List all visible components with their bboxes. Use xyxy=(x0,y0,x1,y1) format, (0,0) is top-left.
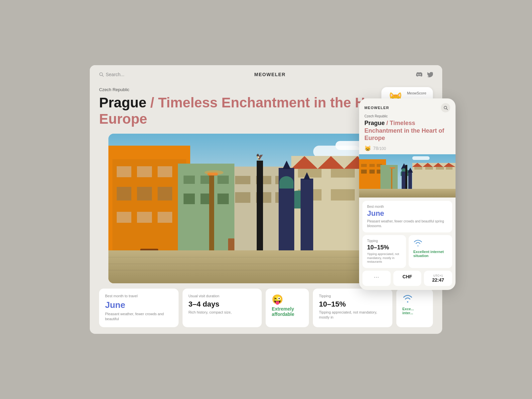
mobile-title: Prague / Timeless Enchantment in the Hea… xyxy=(359,119,456,142)
twitter-icon[interactable] xyxy=(427,71,433,77)
mobile-dots-card: ⋯ xyxy=(362,271,391,286)
mobile-hero-image xyxy=(359,154,456,198)
wifi-label: Exce... xyxy=(402,307,427,311)
brand-label: MEOWELER xyxy=(124,72,416,77)
mobile-header: MEOWELER xyxy=(359,98,456,114)
mobile-brand: MEOWELER xyxy=(364,106,389,110)
mobile-two-col: Tipping 10–15% Tipping appreciated, not … xyxy=(359,235,456,268)
lamp-post xyxy=(209,173,214,250)
mobile-best-month-card: Best month June Pleasant weather, fewer … xyxy=(362,201,452,232)
statue-column: 🦅 xyxy=(257,161,263,250)
info-card-duration: Usual visit duration 3–4 days Rich histo… xyxy=(183,289,262,327)
tower-2 xyxy=(301,179,313,250)
mobile-tipping-value: 10–15% xyxy=(367,244,401,251)
affordability-emoji: 😜 xyxy=(272,294,303,305)
mobile-ground xyxy=(359,189,456,198)
header: Search... MEOWELER xyxy=(90,65,442,84)
mobile-currency-value: CHF xyxy=(397,274,418,279)
wifi-icon xyxy=(402,294,427,306)
search-icon xyxy=(99,72,104,77)
info-card-wifi: Exce... inter... xyxy=(396,289,433,327)
svg-line-1 xyxy=(102,75,104,77)
tower-1 xyxy=(279,168,294,250)
search-area[interactable]: Search... xyxy=(99,72,124,77)
wifi-sublabel: inter... xyxy=(402,311,427,315)
mobile-tipping-card: Tipping 10–15% Tipping appreciated, not … xyxy=(362,235,406,268)
mobile-score-emoji: 😸 xyxy=(364,145,371,152)
svg-line-3 xyxy=(446,108,448,110)
mobile-cloud xyxy=(412,156,430,160)
mobile-tipping-label: Tipping xyxy=(367,239,401,243)
mobile-wifi-icon xyxy=(413,239,448,249)
info-card-affordability: 😜 Extremely affordable xyxy=(266,289,309,327)
tipping-value: 10–15% xyxy=(319,300,386,309)
mobile-prague-scene xyxy=(359,154,456,198)
mobile-score-row: 😸 78/100 xyxy=(359,145,456,152)
city-name: Prague xyxy=(99,95,146,110)
meow-score-label: MeowScore xyxy=(407,91,426,95)
tipping-desc: Tipping appreciated, not mandatory, most… xyxy=(319,310,386,320)
mobile-card: MEOWELER Czech Republic Prague / Timeles… xyxy=(359,98,456,290)
mobile-country: Czech Republic xyxy=(359,114,456,118)
mobile-dots-icon: ⋯ xyxy=(366,274,387,280)
mobile-best-month-label: Best month xyxy=(367,205,448,208)
duration-label: Usual visit duration xyxy=(189,294,256,298)
header-icons xyxy=(416,71,433,78)
mobile-time-label: UTC+1 xyxy=(428,274,448,277)
mobile-time-value: 22:47 xyxy=(428,277,448,283)
best-month-label: Best month to travel xyxy=(105,294,173,298)
mobile-tipping-desc: Tipping appreciated, not mandatory, most… xyxy=(367,252,401,264)
mobile-lamp xyxy=(391,167,392,189)
duration-desc: Rich history, compact size, xyxy=(189,310,256,315)
affordability-value: Extremely affordable xyxy=(272,306,303,317)
mobile-best-month-desc: Pleasant weather, fewer crowds and beaut… xyxy=(367,219,448,228)
mobile-tower-2 xyxy=(408,170,412,189)
discord-icon[interactable] xyxy=(416,71,422,78)
mobile-best-month-value: June xyxy=(367,209,448,218)
best-month-value: June xyxy=(105,300,173,310)
mobile-wifi-label: Excellent internet situation xyxy=(413,250,448,258)
tipping-label: Tipping xyxy=(319,294,386,298)
mobile-statue xyxy=(405,165,407,189)
search-placeholder: Search... xyxy=(106,72,124,77)
mobile-time-card: UTC+1 22:47 xyxy=(424,271,452,286)
duration-value: 3–4 days xyxy=(189,300,256,309)
mobile-wifi-card: Excellent internet situation xyxy=(409,235,452,268)
best-month-desc: Pleasant weather, fewer crowds and beaut… xyxy=(105,312,173,322)
info-card-best-month: Best month to travel June Pleasant weath… xyxy=(99,289,179,327)
mobile-score-text: 78/100 xyxy=(373,146,386,151)
mobile-search-button[interactable] xyxy=(441,103,450,112)
mobile-currency-card: CHF xyxy=(393,271,422,286)
person-silhouette xyxy=(228,238,234,250)
mobile-bottom-row: ⋯ CHF UTC+1 22:47 xyxy=(359,271,456,290)
info-card-tipping: Tipping 10–15% Tipping appreciated, not … xyxy=(313,289,392,327)
mobile-city: Prague xyxy=(364,120,385,126)
